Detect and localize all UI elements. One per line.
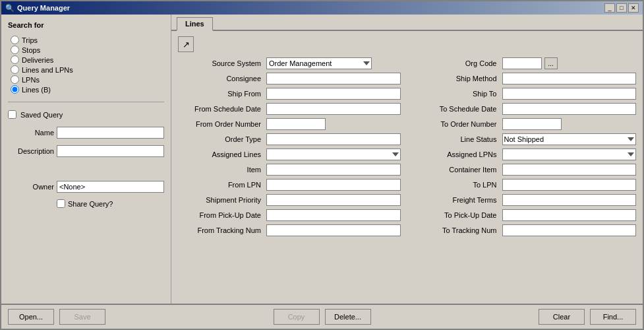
to-order-number-label: To Order Number (414, 120, 500, 128)
saved-query-row: Saved Query (8, 110, 164, 119)
radio-trips[interactable]: Trips (11, 36, 164, 44)
to-tracking-num-row: To Tracking Num (414, 224, 637, 236)
freight-terms-input[interactable] (502, 194, 637, 206)
window-title: Query Manager (17, 4, 70, 12)
from-order-number-input[interactable] (266, 118, 326, 130)
saved-query-checkbox[interactable] (8, 110, 16, 119)
from-tracking-num-input[interactable] (266, 224, 401, 236)
tab-lines[interactable]: Lines (177, 17, 213, 31)
share-row: Share Query? (8, 199, 164, 208)
to-tracking-num-label: To Tracking Num (414, 226, 500, 234)
description-input[interactable] (57, 145, 164, 157)
assigned-lines-label: Assigned Lines (178, 150, 264, 158)
to-order-number-input[interactable] (502, 118, 562, 130)
to-schedule-date-row: To Schedule Date (414, 103, 637, 115)
form-panel: ↗ Source System Order Management WMS TMS (171, 31, 643, 304)
shipment-priority-label: Shipment Priority (178, 196, 264, 204)
from-pickup-date-row: From Pick-Up Date (178, 209, 401, 221)
order-type-label: Order Type (178, 135, 264, 143)
save-button[interactable]: Save (59, 309, 105, 325)
to-pickup-date-label: To Pick-Up Date (414, 211, 500, 219)
from-schedule-date-input[interactable] (266, 103, 401, 115)
owner-row: Owner (8, 181, 164, 193)
from-lpn-input[interactable] (266, 179, 401, 191)
consignee-input[interactable] (266, 73, 401, 84)
radio-stops[interactable]: Stops (11, 46, 164, 54)
toolbar-row: ↗ (178, 36, 636, 52)
org-code-label: Org Code (414, 59, 500, 67)
export-icon: ↗ (183, 40, 190, 50)
from-order-number-row: From Order Number (178, 118, 401, 130)
to-schedule-date-input[interactable] (502, 103, 637, 115)
owner-label: Owner (8, 183, 54, 191)
from-schedule-date-row: From Schedule Date (178, 103, 401, 115)
line-status-select[interactable]: Not Shipped Shipped Cancelled All (502, 133, 637, 145)
assigned-lines-select[interactable]: Yes No (266, 148, 401, 160)
to-tracking-num-input[interactable] (502, 224, 637, 236)
ship-to-input[interactable] (502, 88, 637, 100)
to-pickup-date-input[interactable] (502, 209, 637, 221)
name-row: Name (8, 127, 164, 139)
description-label: Description (8, 147, 54, 155)
share-query-checkbox[interactable] (57, 199, 65, 208)
copy-button[interactable]: Copy (274, 309, 320, 325)
delete-button[interactable]: Delete... (325, 309, 371, 325)
title-bar: 🔍 Query Manager _ □ ✕ (1, 1, 643, 15)
radio-lines-lpns[interactable]: Lines and LPNs (11, 65, 164, 74)
radio-deliveries[interactable]: Deliveries (11, 55, 164, 64)
radio-group: Trips Stops Deliveries Lines and LPNs LP… (8, 36, 164, 94)
to-lpn-label: To LPN (414, 181, 500, 189)
source-system-label: Source System (178, 59, 264, 67)
to-lpn-input[interactable] (502, 179, 637, 191)
ship-from-label: Ship From (178, 90, 264, 98)
org-code-row: Org Code ... (414, 57, 637, 69)
item-row: Item (178, 164, 401, 176)
query-manager-window: 🔍 Query Manager _ □ ✕ Search for Trips S… (0, 0, 644, 330)
ship-to-row: Ship To (414, 88, 637, 100)
assigned-lines-row: Assigned Lines Yes No (178, 148, 401, 160)
close-button[interactable]: ✕ (628, 3, 639, 13)
line-status-row: Line Status Not Shipped Shipped Cancelle… (414, 133, 637, 145)
to-order-number-row: To Order Number (414, 118, 637, 130)
find-button[interactable]: Find... (590, 309, 636, 325)
to-pickup-date-row: To Pick-Up Date (414, 209, 637, 221)
right-fields: Org Code ... Ship Method Ship To (414, 57, 637, 240)
ship-from-input[interactable] (266, 88, 401, 100)
search-for-label: Search for (8, 21, 164, 29)
org-code-input[interactable] (502, 57, 542, 69)
org-code-ellipsis-button[interactable]: ... (544, 57, 558, 69)
content-area: Search for Trips Stops Deliveries Lines … (1, 15, 643, 304)
left-panel: Search for Trips Stops Deliveries Lines … (1, 15, 171, 304)
ship-to-label: Ship To (414, 90, 500, 98)
source-system-select[interactable]: Order Management WMS TMS (266, 57, 372, 69)
clear-button[interactable]: Clear (539, 309, 585, 325)
tab-bar: Lines (171, 15, 643, 31)
open-button[interactable]: Open... (8, 309, 54, 325)
owner-input[interactable] (57, 181, 164, 193)
radio-lines-b[interactable]: Lines (B) (11, 85, 164, 94)
ship-method-input[interactable] (502, 73, 637, 84)
export-button[interactable]: ↗ (178, 36, 194, 52)
share-query-label: Share Query? (68, 200, 113, 208)
minimize-button[interactable]: _ (604, 3, 615, 13)
fields-container: Source System Order Management WMS TMS C… (178, 57, 636, 240)
right-panel: Lines ↗ Source System Order Ma (171, 15, 643, 304)
container-item-input[interactable] (502, 164, 637, 176)
ship-from-row: Ship From (178, 88, 401, 100)
shipment-priority-input[interactable] (266, 194, 401, 206)
from-order-number-label: From Order Number (178, 120, 264, 128)
radio-lpns[interactable]: LPNs (11, 75, 164, 84)
container-item-label: Container Item (414, 166, 500, 174)
assigned-lpns-select[interactable]: Yes No (502, 148, 637, 160)
item-label: Item (178, 166, 264, 174)
from-pickup-date-label: From Pick-Up Date (178, 211, 264, 219)
item-input[interactable] (266, 164, 401, 176)
maximize-button[interactable]: □ (616, 3, 627, 13)
name-input[interactable] (57, 127, 164, 139)
from-pickup-date-input[interactable] (266, 209, 401, 221)
window-icon: 🔍 (5, 4, 15, 13)
divider (8, 102, 164, 102)
order-type-input[interactable] (266, 133, 401, 145)
from-lpn-row: From LPN (178, 179, 401, 191)
from-lpn-label: From LPN (178, 181, 264, 189)
